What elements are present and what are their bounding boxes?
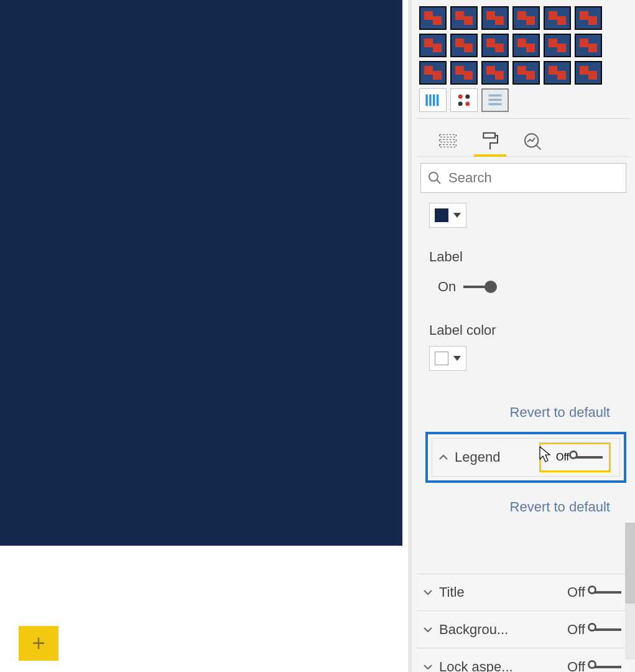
viz-tile[interactable] (512, 34, 540, 57)
svg-rect-13 (440, 144, 457, 147)
section-label: Backgrou... (439, 622, 508, 638)
chevron-up-icon (438, 452, 448, 462)
canvas-footer-area (0, 546, 408, 672)
label-toggle-state: On (438, 279, 456, 295)
chevron-down-icon (453, 213, 461, 218)
dots-icon (455, 91, 473, 109)
viz-tile[interactable] (481, 34, 509, 57)
analytics-tab[interactable] (520, 126, 545, 156)
svg-rect-14 (483, 133, 495, 138)
revert-link-2[interactable]: Revert to default (429, 494, 623, 526)
section-toggle[interactable] (590, 666, 621, 668)
viz-tile[interactable] (481, 61, 509, 85)
report-canvas[interactable] (0, 0, 402, 546)
chevron-down-icon (423, 625, 433, 635)
section-toggle-state: Off (567, 584, 585, 600)
grid-icon (424, 91, 442, 109)
svg-rect-1 (429, 95, 432, 106)
svg-line-18 (437, 180, 440, 184)
label-color-picker[interactable] (429, 346, 466, 371)
viz-tile[interactable] (575, 6, 602, 30)
section-row-background[interactable]: Backgrou... Off (417, 611, 630, 648)
viz-tile[interactable] (544, 6, 571, 30)
scrollbar-thumb[interactable] (625, 523, 635, 604)
cursor-icon (537, 446, 552, 464)
add-page-button[interactable]: + (19, 626, 58, 661)
section-label: Title (439, 584, 465, 600)
viz-tile[interactable] (544, 61, 571, 85)
svg-rect-12 (440, 139, 457, 142)
label-toggle[interactable] (463, 286, 494, 288)
search-box[interactable] (420, 163, 626, 193)
fields-tab[interactable] (435, 126, 460, 156)
legend-toggle-state: Off (556, 452, 569, 463)
svg-point-5 (465, 95, 470, 99)
viz-tile-extra-2[interactable] (450, 88, 478, 112)
viz-tile[interactable] (512, 61, 540, 85)
legend-highlight-box: Legend Off (425, 432, 626, 483)
viz-tile[interactable] (544, 34, 571, 57)
legend-toggle-highlight[interactable]: Off (539, 442, 611, 472)
color-swatch-light (435, 352, 448, 365)
svg-rect-3 (437, 95, 439, 106)
svg-point-6 (458, 101, 463, 106)
chevron-down-icon (423, 587, 433, 597)
viz-tile-extra-1[interactable] (419, 88, 447, 112)
viz-tile[interactable] (481, 6, 509, 30)
sections-list: Title Off Backgrou... Off (417, 574, 630, 672)
label-heading: Label (429, 249, 623, 265)
color-picker-1[interactable] (429, 203, 466, 228)
svg-rect-10 (489, 103, 502, 106)
viz-tile[interactable] (419, 34, 447, 57)
svg-line-16 (537, 146, 541, 150)
svg-rect-8 (489, 95, 502, 97)
svg-point-17 (429, 172, 438, 181)
visualization-gallery (417, 0, 630, 119)
section-row-title[interactable]: Title Off (417, 574, 630, 611)
svg-rect-9 (489, 99, 502, 101)
analytics-icon (522, 131, 542, 151)
svg-rect-2 (433, 95, 435, 106)
legend-toggle[interactable] (572, 456, 603, 459)
search-icon (427, 170, 442, 185)
section-toggle-state: Off (567, 622, 585, 638)
paint-roller-icon (480, 131, 500, 151)
visualizations-panel: Label On Label color Revert to default L… (412, 0, 635, 672)
section-row-lock-aspect[interactable]: Lock aspe... Off (417, 648, 630, 672)
viz-tile[interactable] (419, 61, 447, 85)
section-toggle[interactable] (590, 628, 621, 631)
viz-tile[interactable] (450, 6, 478, 30)
svg-rect-11 (440, 134, 457, 137)
list-icon (486, 91, 504, 109)
chevron-down-icon (423, 662, 433, 672)
svg-point-4 (458, 95, 463, 99)
chevron-down-icon (453, 356, 461, 361)
viz-tile[interactable] (512, 6, 540, 30)
viz-tile[interactable] (419, 6, 447, 30)
label-toggle-row: On (438, 279, 623, 295)
fields-icon (438, 131, 458, 151)
viz-tile[interactable] (575, 34, 602, 57)
viz-tile-extra-3[interactable] (481, 88, 509, 112)
viz-tile[interactable] (450, 34, 478, 57)
search-container (417, 157, 630, 200)
svg-point-7 (465, 101, 470, 106)
label-color-heading: Label color (429, 322, 623, 338)
section-label: Lock aspe... (439, 659, 513, 673)
section-toggle[interactable] (590, 591, 621, 594)
viz-tile[interactable] (575, 61, 602, 85)
legend-section-row[interactable]: Legend Off (432, 438, 620, 477)
legend-label: Legend (455, 449, 500, 465)
revert-link-1[interactable]: Revert to default (429, 399, 623, 432)
format-tab[interactable] (478, 126, 503, 156)
format-body: Label On Label color Revert to default L… (417, 200, 630, 574)
format-tab-row (417, 119, 630, 157)
section-toggle-state: Off (567, 659, 585, 673)
svg-rect-0 (425, 95, 428, 106)
color-swatch-dark (435, 208, 448, 222)
report-canvas-container: + (0, 0, 408, 672)
search-input[interactable] (448, 170, 619, 186)
viz-tile[interactable] (450, 61, 478, 85)
